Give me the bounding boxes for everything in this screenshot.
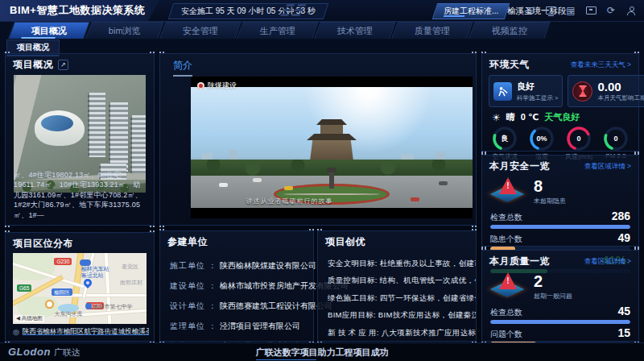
- excellence-item: BIM应用目标: BIM技术应用达标，创建秦汉杯: [318, 310, 476, 321]
- intro-panel: 简介 陕煤建设 讲述从业者砥砺前行的故事: [159, 53, 477, 226]
- tab-video-monitor[interactable]: 视频监控: [469, 22, 551, 39]
- scene-tower-roof: [307, 134, 357, 140]
- app-title: BIM+智慧工地数据决策系统: [0, 0, 159, 21]
- excellence-item: 安全文明目标: 杜绝重伤及以上事故，创建市、省级文明工地: [318, 259, 476, 269]
- render-tower: [109, 102, 128, 172]
- tab-quality[interactable]: 质量管理: [391, 22, 473, 39]
- location-pin-icon: ◎: [13, 328, 19, 336]
- scene-tower-top: [320, 125, 343, 134]
- excellence-panel: 项目创优 安全文明目标: 杜绝重伤及以上事故，创建市、省级文明工地 质量控制目标…: [317, 230, 477, 342]
- render-tower: [130, 115, 146, 173]
- safety-title: 本月安全一览: [489, 160, 550, 173]
- quality-title: 本月质量一览: [489, 255, 550, 268]
- nav-tabs: 项目概况 bim浏览 安全管理 生产管理 技术管理 质量管理 视频监控: [11, 22, 549, 38]
- overview-title: 项目概况↗: [13, 58, 68, 72]
- scene-car: [284, 186, 293, 190]
- render-mall-roof: [41, 115, 73, 131]
- progress-fill: [490, 225, 630, 229]
- weather-forecast-link[interactable]: 查看未来三天天气 >: [571, 60, 631, 70]
- quality-summary: ! 2超期一般问题: [482, 271, 638, 302]
- quality-detail-link[interactable]: 查看区域详情 >: [584, 257, 631, 267]
- progress-fill: [490, 320, 630, 324]
- overview-panel: 项目概况↗ ㎡、4#住宅19802.13㎡、9#住宅19611.74㎡、10#住…: [5, 53, 155, 226]
- weather-panel: 环境天气 查看未来三天天气 > 良好科学施工提示 > 0.00本月天气影响工期 …: [481, 53, 639, 151]
- map-poi-icon: [45, 300, 54, 309]
- scene-car: [219, 183, 228, 187]
- participant-row: 设计单位：陕西德赛建筑工程设计有限公司: [160, 301, 313, 312]
- weather-status: 天气良好: [544, 111, 580, 123]
- weather-cards: 良好科学施工提示 > 0.00本月天气影响工期: [482, 75, 638, 107]
- glodon-logo[interactable]: GLodon广联达: [8, 346, 80, 359]
- excellence-item: 质量控制目标: 结构、机电管线一次成优，创建省优质结构工程: [318, 276, 476, 286]
- video-scene: [191, 87, 473, 208]
- top-bar: BIM+智慧工地数据决策系统 安全施工 95 天 09 小时 05 分钟 58 …: [0, 0, 644, 22]
- overview-description: ㎡、4#住宅19802.13㎡、9#住宅19611.74㎡、10#住宅13933…: [14, 170, 147, 221]
- intro-video[interactable]: 陕煤建设 讲述从业者砥砺前行的故事: [191, 77, 473, 218]
- tab-production[interactable]: 生产管理: [237, 22, 319, 39]
- participants-title: 参建单位: [167, 235, 208, 249]
- sun-icon: ☀: [492, 112, 501, 123]
- map-station-icon: [80, 259, 91, 266]
- map-school-label: 榆林市第七中学: [93, 303, 133, 311]
- map-district-badge: 榆阳区: [52, 288, 72, 296]
- weather-impact-card: 0.00本月天气影响工期: [568, 75, 644, 107]
- scene-tower-body: [310, 140, 353, 161]
- map-road-badge: G65: [17, 284, 31, 292]
- warning-pyramid-icon: !: [492, 176, 524, 207]
- progress-track: [490, 320, 630, 324]
- apps-grid-icon[interactable]: ⊞: [524, 4, 537, 17]
- construction-tip-card[interactable]: 良好科学施工提示 >: [489, 75, 563, 107]
- footer-bar: GLodon广联达 广联达数字项目助力工程项目成功: [0, 342, 644, 361]
- warning-pyramid-icon: !: [492, 272, 524, 302]
- excellence-item: 绿色施工目标: 四节一环保达标，创建省绿色施工示范工程: [318, 293, 476, 304]
- hourglass-icon: [572, 81, 592, 102]
- worker-icon: [493, 82, 512, 101]
- refresh-icon[interactable]: ⟳: [605, 4, 617, 17]
- participant-row: 施工单位：陕西榆林陕煤建设有限公司: [160, 260, 313, 272]
- safety-detail-link[interactable]: 查看区域详情 >: [584, 162, 631, 172]
- safety-summary: ! 8未超期隐患: [482, 176, 638, 207]
- location-map[interactable]: G230 G65 G230 榆阳区 榆林汽车站客运北站 榆林市第七中学 大东沟水…: [13, 253, 147, 324]
- map-road-badge: G230: [54, 258, 72, 265]
- weather-title: 环境天气: [489, 58, 530, 72]
- safety-panel: 本月安全一览 查看区域详情 > ! 8未超期隐患 检查总数286 隐患个数49 …: [481, 155, 639, 247]
- location-panel: 项目区位分布 G230 G65 G230 榆阳区 榆林汽车站客运北站 榆林市第七…: [5, 232, 155, 342]
- quality-panel: 本月质量一览 查看区域详情 > ! 2超期一般问题 检查总数45 问题个数15 …: [481, 250, 639, 342]
- map-area-label: 南郊庄村: [120, 279, 142, 287]
- expand-icon[interactable]: ↗: [58, 60, 68, 70]
- standard-button[interactable]: 房建工程标准...: [432, 3, 510, 19]
- current-weather: ☀ 晴 0 ℃ 天气良好: [482, 107, 638, 123]
- participants-panel: 参建单位 施工单位：陕西榆林陕煤建设有限公司 建设单位：榆林市城市投资房地产开发…: [159, 230, 314, 342]
- tab-safety[interactable]: 安全管理: [159, 22, 242, 39]
- scene-tower-roof: [316, 119, 347, 125]
- dashboard: BIM+智慧工地数据决策系统 安全施工 95 天 09 小时 05 分钟 58 …: [0, 0, 644, 361]
- map-school-icon: [85, 303, 92, 309]
- shaanxi-coal-logo-icon: [197, 82, 204, 89]
- location-title: 项目区位分布: [13, 237, 73, 251]
- excellence-title: 项目创优: [325, 235, 365, 249]
- scene-car: [253, 178, 262, 182]
- tab-intro[interactable]: 简介: [173, 59, 192, 77]
- footer-slogan: 广联达数字项目助力工程项目成功: [256, 346, 389, 359]
- header-icons: ⊞ ▤ ⟳: [524, 4, 638, 17]
- tab-technology[interactable]: 技术管理: [314, 22, 396, 39]
- scene-car: [411, 197, 419, 201]
- video-watermark: 陕煤建设: [197, 81, 237, 91]
- tab-project-overview[interactable]: 项目概况: [8, 22, 90, 39]
- scene-car: [439, 181, 448, 185]
- user-icon[interactable]: [625, 4, 638, 17]
- participant-row: 监理单位：泾渭项目管理有限公司: [160, 321, 313, 332]
- map-reservoir-label: 大东沟水库: [54, 310, 82, 318]
- map-area-label: 老党区: [122, 263, 138, 271]
- progress-track: [490, 225, 630, 229]
- render-tower: [88, 93, 105, 157]
- scene-statue: [329, 171, 334, 189]
- project-address: ◎ 陕西省榆林市榆阳区航宇路街道城投榆溪圣境: [13, 327, 149, 337]
- tab-bim-browse[interactable]: bim浏览: [85, 22, 163, 39]
- video-subtitle: 讲述从业者砥砺前行的故事: [191, 197, 388, 205]
- map-station-label: 榆林汽车站客运北站: [81, 266, 114, 279]
- screen-icon[interactable]: [584, 4, 597, 17]
- document-icon[interactable]: ▤: [564, 4, 577, 17]
- monitor-icon[interactable]: [544, 4, 557, 17]
- participant-row: 建设单位：榆林市城市投资房地产开发有限公司: [160, 280, 313, 292]
